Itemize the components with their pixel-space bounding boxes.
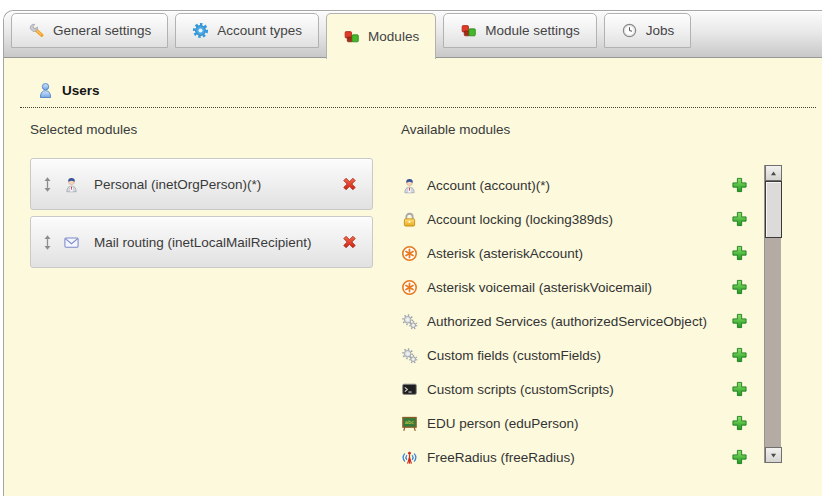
selected-module-label: Mail routing (inetLocalMailRecipient) xyxy=(94,235,312,250)
available-module-row: Account locking (locking389ds) xyxy=(401,202,766,236)
available-module-label: Custom scripts (customScripts) xyxy=(427,382,614,397)
services-icon xyxy=(401,313,418,330)
available-module-row: Account (account)(*) xyxy=(401,168,766,202)
person-icon xyxy=(63,176,80,193)
add-module-button[interactable] xyxy=(731,449,748,466)
tab-label: Modules xyxy=(368,29,419,44)
tab-label: Jobs xyxy=(646,23,675,38)
selected-modules-heading: Selected modules xyxy=(30,122,137,137)
scroll-up-button[interactable] xyxy=(765,165,782,181)
wrench-icon xyxy=(28,22,45,39)
add-module-button[interactable] xyxy=(731,245,748,262)
asterisk-icon xyxy=(401,245,418,262)
terminal-icon xyxy=(401,381,418,398)
available-module-label: Asterisk (asteriskAccount) xyxy=(427,246,583,261)
selected-module-row: Mail routing (inetLocalMailRecipient) xyxy=(30,216,373,268)
clock-icon xyxy=(621,22,638,39)
person-icon xyxy=(401,177,418,194)
selected-modules-list: Personal (inetOrgPerson)(*) Mail routing… xyxy=(30,158,373,274)
add-module-button[interactable] xyxy=(731,381,748,398)
tab-label: Module settings xyxy=(485,23,580,38)
add-module-button[interactable] xyxy=(731,415,748,432)
tab-modules[interactable]: Modules xyxy=(326,13,436,59)
available-modules-scrollbar[interactable] xyxy=(764,165,781,463)
svg-text:abc: abc xyxy=(405,419,414,425)
available-module-label: FreeRadius (freeRadius) xyxy=(427,450,575,465)
tab-bar: General settings Account types Modules M… xyxy=(4,11,822,58)
available-module-label: Custom fields (customFields) xyxy=(427,348,601,363)
tab-jobs[interactable]: Jobs xyxy=(604,13,692,48)
users-section-title: Users xyxy=(62,83,100,98)
edu-icon: abc xyxy=(401,415,418,432)
lock-icon xyxy=(401,211,418,228)
mail-icon xyxy=(63,234,80,251)
scroll-up-icon xyxy=(769,169,778,178)
add-module-button[interactable] xyxy=(731,279,748,296)
users-section-heading: Users xyxy=(20,82,816,108)
drag-handle-icon[interactable] xyxy=(39,234,56,251)
selected-module-row: Personal (inetOrgPerson)(*) xyxy=(30,158,373,210)
available-module-row: Asterisk (asteriskAccount) xyxy=(401,236,766,270)
users-icon xyxy=(37,82,54,99)
tab-label: General settings xyxy=(53,23,151,38)
available-modules-list: Account (account)(*) Account locking (lo… xyxy=(401,168,766,474)
scroll-down-button[interactable] xyxy=(765,447,782,463)
tab-label: Account types xyxy=(217,23,302,38)
available-modules-heading: Available modules xyxy=(401,122,510,137)
available-module-row: Custom fields (customFields) xyxy=(401,338,766,372)
available-module-row: Authorized Services (authorizedServiceOb… xyxy=(401,304,766,338)
modules-tab-content: Users Selected modules Available modules… xyxy=(4,58,822,496)
available-module-row: Asterisk voicemail (asteriskVoicemail) xyxy=(401,270,766,304)
gear-blue-icon xyxy=(192,22,209,39)
available-module-label: Asterisk voicemail (asteriskVoicemail) xyxy=(427,280,652,295)
services-icon xyxy=(401,347,418,364)
remove-module-button[interactable] xyxy=(341,234,358,251)
selected-module-label: Personal (inetOrgPerson)(*) xyxy=(94,177,261,192)
tab-account-types[interactable]: Account types xyxy=(175,13,319,48)
add-module-button[interactable] xyxy=(731,177,748,194)
scrollbar-thumb[interactable] xyxy=(765,181,782,238)
asterisk-icon xyxy=(401,279,418,296)
remove-module-button[interactable] xyxy=(341,176,358,193)
available-module-row: FreeRadius (freeRadius) xyxy=(401,440,766,474)
modules-icon xyxy=(343,28,360,45)
add-module-button[interactable] xyxy=(731,347,748,364)
add-module-button[interactable] xyxy=(731,313,748,330)
available-module-label: Account (account)(*) xyxy=(427,178,550,193)
available-module-label: EDU person (eduPerson) xyxy=(427,416,579,431)
tab-general-settings[interactable]: General settings xyxy=(11,13,168,48)
available-module-row: Custom scripts (customScripts) xyxy=(401,372,766,406)
available-module-label: Authorized Services (authorizedServiceOb… xyxy=(427,314,707,329)
modules-icon xyxy=(460,22,477,39)
available-module-row: abc EDU person (eduPerson) xyxy=(401,406,766,440)
available-module-label: Account locking (locking389ds) xyxy=(427,212,613,227)
add-module-button[interactable] xyxy=(731,211,748,228)
drag-handle-icon[interactable] xyxy=(39,176,56,193)
scroll-down-icon xyxy=(769,451,778,460)
tab-module-settings[interactable]: Module settings xyxy=(443,13,597,48)
radius-icon xyxy=(401,449,418,466)
configuration-window: General settings Account types Modules M… xyxy=(3,10,822,496)
